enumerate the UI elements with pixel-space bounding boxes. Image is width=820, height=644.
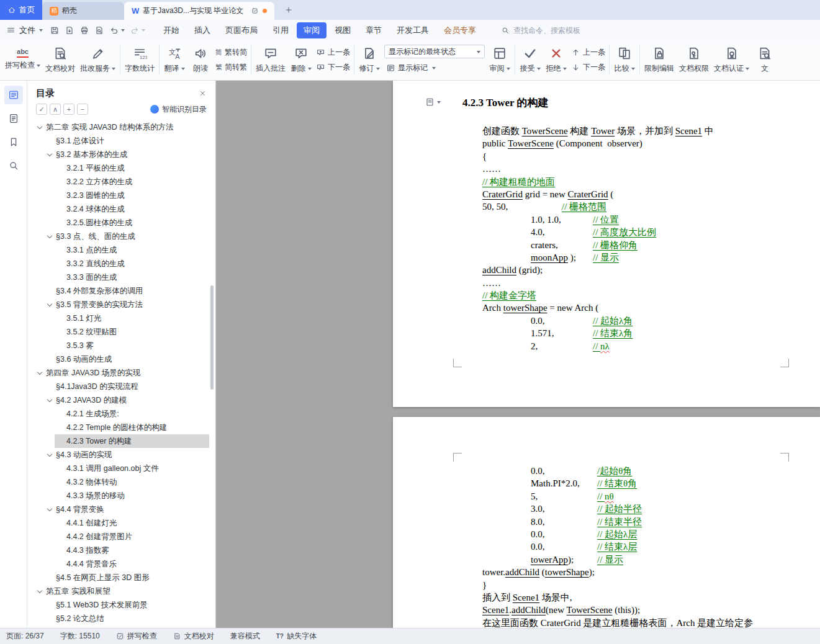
toc-item[interactable]: 4.4.3 指数雾 — [27, 543, 209, 557]
tab-review[interactable]: 审阅 — [297, 22, 327, 38]
toc-item[interactable]: 4.4.2 创建背景图片 — [27, 530, 209, 543]
toc-item[interactable]: 3.5.1 灯光 — [27, 311, 209, 325]
chevron-down-icon[interactable] — [37, 370, 42, 375]
prev-change-button[interactable]: 上一条 — [569, 46, 607, 59]
doc-proofread-button[interactable]: 文档校对 — [43, 42, 78, 78]
clipped-button[interactable]: 文 — [752, 42, 778, 78]
toc-item[interactable]: 3.2.1 平板的生成 — [27, 161, 209, 175]
select-headings-button[interactable]: ✓ — [36, 104, 47, 115]
next-change-button[interactable]: 下一条 — [569, 61, 607, 74]
trad-to-simp-button[interactable]: 简繁转简 — [214, 46, 249, 59]
toc-item[interactable]: §4.2 JAVA3D 的建模 — [27, 393, 209, 407]
grading-service-button[interactable]: 批改服务 — [78, 42, 118, 78]
file-menu[interactable]: 文件 — [16, 25, 48, 36]
search-input[interactable] — [513, 26, 600, 35]
tab-insert[interactable]: 插入 — [187, 22, 217, 38]
document-tab[interactable]: W 基于Java3D...与实现 毕业论文 — [124, 2, 274, 20]
display-for-review-select[interactable]: 显示标记的最终状态 — [384, 45, 485, 58]
tab-page-layout[interactable]: 页面布局 — [219, 22, 264, 38]
word-count-status[interactable]: 字数: 15510 — [60, 631, 100, 642]
toc-item[interactable]: 4.3.3 场景的移动 — [27, 489, 209, 503]
toc-item[interactable]: 第二章 实现 JAVA3D 结构体系的方法 — [27, 120, 209, 134]
toc-scrollbar[interactable] — [210, 285, 214, 390]
toc-item[interactable]: 4.3.2 物体转动 — [27, 475, 209, 489]
close-icon[interactable] — [199, 89, 207, 97]
undo-button[interactable] — [107, 23, 127, 38]
tab-section[interactable]: 章节 — [359, 22, 389, 38]
prev-comment-button[interactable]: 上一条 — [314, 46, 352, 59]
toc-item[interactable]: 第四章 JAVA3D 场景的实现 — [27, 366, 209, 380]
toc-item[interactable]: §3.4 外部复杂形体的调用 — [27, 284, 209, 298]
toc-item[interactable]: §3.5 背景变换的实现方法 — [27, 298, 209, 311]
restrict-editing-button[interactable]: 限制编辑 — [642, 42, 677, 78]
toc-item[interactable]: 3.2.4 球体的生成 — [27, 202, 209, 216]
toc-item[interactable]: §5.1 Web3D 技术发展前景 — [27, 598, 209, 612]
toc-item[interactable]: 3.2.5.圆柱体的生成 — [27, 216, 209, 230]
collapse-panel-button[interactable]: ∧ — [50, 104, 61, 115]
toc-item[interactable]: 4.2.3 Tower 的构建 — [55, 434, 209, 448]
side-find-button[interactable] — [4, 156, 23, 175]
export-button[interactable] — [63, 23, 76, 38]
compare-button[interactable]: 比较 — [611, 42, 638, 78]
doc-certify-button[interactable]: 文档认证 — [711, 42, 752, 78]
doc-permission-button[interactable]: 文档权限 — [677, 42, 711, 78]
hamburger-icon[interactable] — [6, 25, 16, 35]
show-markup-button[interactable]: 显示标记 — [384, 61, 485, 74]
toc-item[interactable]: §3.6 动画的生成 — [27, 352, 209, 366]
track-changes-button[interactable]: 修订 — [356, 42, 382, 78]
toc-item[interactable]: 4.4.4 背景音乐 — [27, 557, 209, 571]
document-page-1[interactable]: 4.2.3 Tower 的构建 创建函数 TowerScene 构建 Tower… — [393, 81, 820, 407]
redo-button[interactable] — [128, 23, 147, 38]
side-toc-button[interactable] — [4, 86, 23, 104]
tab-dev-tools[interactable]: 开发工具 — [390, 22, 436, 38]
toc-item[interactable]: 4.3.1 调用 galleon.obj 文件 — [27, 462, 209, 475]
insert-comment-button[interactable]: 插入批注 — [253, 42, 288, 78]
missing-font-status[interactable]: T?缺失字体 — [276, 631, 317, 642]
simp-to-trad-button[interactable]: 繁简转繁 — [214, 61, 249, 74]
toc-item[interactable]: §3.1 总体设计 — [27, 134, 209, 148]
toc-item[interactable]: 3.3.1 点的生成 — [27, 243, 209, 257]
chevron-down-icon[interactable] — [37, 588, 42, 593]
toc-item[interactable]: §4.1Java3D 的实现流程 — [27, 380, 209, 393]
toc-item[interactable]: §3.2 基本形体的生成 — [27, 148, 209, 161]
tab-references[interactable]: 引用 — [266, 22, 295, 38]
toc-item[interactable]: 4.2.1 生成场景: — [27, 407, 209, 421]
chevron-down-icon[interactable] — [47, 452, 52, 457]
collapse-all-button[interactable]: − — [77, 104, 88, 115]
tab-member[interactable]: 会员专享 — [437, 22, 483, 38]
toc-item[interactable]: 3.3.2 直线的生成 — [27, 257, 209, 271]
new-tab-button[interactable] — [281, 2, 297, 18]
toc-item[interactable]: §4.5 在网页上显示 3D 图形 — [27, 571, 209, 584]
read-aloud-button[interactable]: 朗读 — [187, 42, 214, 78]
delete-comment-button[interactable]: 删除 — [288, 42, 314, 78]
toc-item[interactable]: §4.3 动画的实现 — [27, 448, 209, 462]
chevron-down-icon[interactable] — [47, 151, 52, 156]
reject-change-button[interactable]: 拒绝 — [543, 42, 569, 78]
review-pane-button[interactable]: 审阅 — [487, 42, 513, 78]
chevron-down-icon[interactable] — [47, 397, 52, 402]
toc-item[interactable]: 3.2.2 立方体的生成 — [27, 175, 209, 189]
chevron-down-icon[interactable] — [47, 302, 52, 306]
tab-view[interactable]: 视图 — [328, 22, 358, 38]
chevron-down-icon[interactable] — [47, 233, 52, 238]
toc-item[interactable]: 3.5.2 纹理贴图 — [27, 325, 209, 339]
toc-item[interactable]: 3.5.3 雾 — [27, 339, 209, 352]
spell-check-button[interactable]: abc拼写检查 — [2, 42, 43, 78]
toc-item[interactable]: 第五章 实践和展望 — [27, 584, 209, 598]
smart-toc-button[interactable]: 智能识别目录 — [150, 104, 207, 115]
toc-item[interactable]: §5.2 论文总结 — [27, 612, 209, 625]
word-count-button[interactable]: 123字数统计 — [122, 42, 157, 78]
expand-all-button[interactable]: + — [63, 104, 74, 115]
outline-collapse-control[interactable] — [425, 97, 441, 107]
toc-item[interactable]: 4.2.2 Temple 的圆柱体的构建 — [27, 421, 209, 434]
side-audit-button[interactable] — [4, 109, 23, 128]
chevron-down-icon[interactable] — [37, 124, 42, 129]
print-preview-button[interactable] — [92, 23, 106, 38]
print-button[interactable] — [78, 23, 91, 38]
spell-check-status[interactable]: 拼写检查 — [116, 631, 157, 642]
document-page-2[interactable]: 0.0,/起始θ角Math.PI*2.0,// 结束θ角5,// nθ3.0,/… — [393, 417, 820, 628]
document-area[interactable]: 4.2.3 Tower 的构建 创建函数 TowerScene 构建 Tower… — [216, 81, 820, 628]
side-bookmark-button[interactable] — [4, 133, 23, 151]
save-button[interactable] — [48, 23, 61, 38]
toc-item[interactable]: §3.3 点、线、面的生成 — [27, 230, 209, 243]
